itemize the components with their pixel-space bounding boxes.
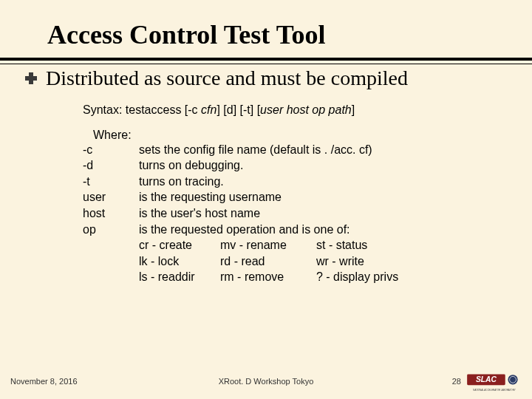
- op-cell: rm - remove: [220, 269, 316, 285]
- option-flag: -t: [83, 174, 139, 190]
- footer-page: 28: [452, 377, 461, 386]
- option-row: -c sets the config file name (default is…: [83, 142, 532, 158]
- option-flag: user: [83, 189, 139, 205]
- ops-grid: cr - create mv - rename st - status lk -…: [139, 237, 532, 285]
- syntax-prefix: Syntax: testaccess [-c: [83, 103, 201, 116]
- slide: Access Control Test Tool Distributed as …: [0, 0, 532, 399]
- svg-text:SLAC: SLAC: [476, 375, 497, 383]
- syntax-args: user host op path: [260, 103, 352, 116]
- option-desc: turns on debugging.: [139, 157, 243, 174]
- footer-date: November 8, 2016: [10, 377, 158, 386]
- option-flag: -d: [83, 157, 139, 174]
- op-cell: ? - display privs: [316, 269, 398, 285]
- options-list: -c sets the config file name (default is…: [83, 142, 532, 238]
- syntax-suffix: ]: [352, 103, 355, 116]
- bullet-row: Distributed as source and must be compil…: [0, 66, 532, 90]
- op-cell: ls - readdir: [139, 269, 220, 285]
- where-label: Where:: [93, 129, 532, 142]
- op-cell: rd - read: [220, 253, 316, 270]
- ops-row: ls - readdir rm - remove ? - display pri…: [139, 269, 532, 285]
- syntax-mid1: ] [d] [-t] [: [216, 103, 260, 116]
- option-desc: sets the config file name (default is . …: [139, 142, 372, 158]
- option-desc: is the requested operation and is one of…: [139, 222, 350, 238]
- footer: November 8, 2016 XRoot. D Workshop Tokyo…: [0, 371, 532, 392]
- option-row: user is the requesting username: [83, 189, 532, 205]
- option-row: -t turns on tracing.: [83, 174, 532, 190]
- option-row: host is the user's host name: [83, 205, 532, 222]
- op-cell: st - status: [316, 237, 367, 253]
- svg-text:NATIONAL ACCELERATOR LABORATOR: NATIONAL ACCELERATOR LABORATORY: [473, 389, 515, 392]
- footer-center: XRoot. D Workshop Tokyo: [158, 377, 374, 386]
- option-row: -d turns on debugging.: [83, 157, 532, 174]
- syntax-cfn: cfn: [201, 103, 216, 116]
- option-desc: is the requesting username: [139, 189, 282, 205]
- option-flag: host: [83, 205, 139, 222]
- footer-right: 28 SLAC NATIONAL ACCELERATOR LABORATORY: [374, 371, 522, 392]
- slide-title: Access Control Test Tool: [47, 21, 532, 50]
- op-cell: mv - rename: [220, 237, 316, 253]
- option-row: op is the requested operation and is one…: [83, 222, 532, 238]
- plus-bullet-icon: [25, 72, 37, 84]
- title-rule-thick: [0, 58, 532, 61]
- slac-logo-icon: SLAC NATIONAL ACCELERATOR LABORATORY: [467, 371, 522, 392]
- syntax-line: Syntax: testaccess [-c cfn] [d] [-t] [us…: [83, 103, 532, 117]
- op-cell: lk - lock: [139, 253, 220, 270]
- bullet-text: Distributed as source and must be compil…: [46, 66, 408, 90]
- ops-row: lk - lock rd - read wr - write: [139, 253, 532, 270]
- op-cell: cr - create: [139, 237, 220, 253]
- title-block: Access Control Test Tool: [0, 0, 532, 50]
- option-desc: is the user's host name: [139, 205, 260, 222]
- option-desc: turns on tracing.: [139, 174, 224, 190]
- title-rule-thin: [0, 64, 532, 64]
- option-flag: op: [83, 222, 139, 238]
- syntax-block: Syntax: testaccess [-c cfn] [d] [-t] [us…: [83, 103, 532, 285]
- ops-row: cr - create mv - rename st - status: [139, 237, 532, 253]
- op-cell: wr - write: [316, 253, 364, 270]
- option-flag: -c: [83, 142, 139, 158]
